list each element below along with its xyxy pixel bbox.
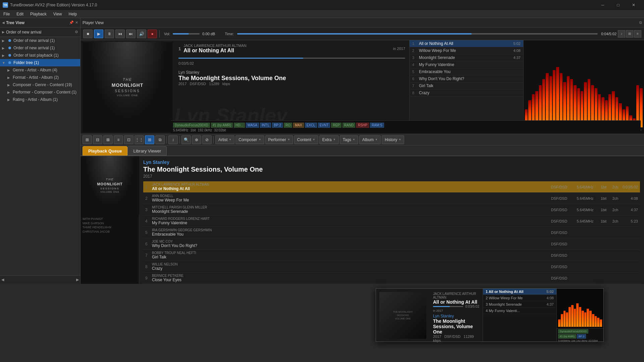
sidebar-pin-icon[interactable]: 📌 [69, 20, 74, 25]
sidebar-close-icon[interactable]: ✕ [75, 20, 78, 25]
status-ro[interactable]: RO [284, 123, 292, 128]
status-rams[interactable]: RAM:S [370, 123, 384, 128]
tab-playback-queue[interactable]: Playback Queue [83, 146, 127, 156]
ptrack-3[interactable]: 3 Moonlight Serenade 4:37 [410, 54, 523, 61]
play-button[interactable]: ▶ [94, 29, 103, 38]
lib-track-7[interactable]: 7 BOBBY TROUP NEAL HEFTI Girl Talk DSF/D… [143, 250, 640, 261]
tb-composer-dd[interactable]: Composer ▼ [235, 135, 264, 144]
sidebar-item-2[interactable]: ▶ Order of last playback (1) [0, 52, 80, 59]
tb-filter-btn[interactable]: ⊘ [202, 135, 212, 144]
lib-track-5[interactable]: 5 IRA GERSHWIN GEORGE GERSHWIN Embraceab… [143, 227, 640, 238]
tb-view-2[interactable]: ⊟ [93, 135, 102, 144]
mini-track-1[interactable]: 1 All or Nothing At All 5:02 [483, 289, 556, 295]
lib-track-6[interactable]: 6 JOE MC COY Why Don't You Do Right? DSF… [143, 238, 640, 250]
tb-view-7[interactable]: ⧉ [155, 135, 165, 144]
tb-view-active[interactable]: ⊞ [145, 135, 154, 144]
tb-sort-btn[interactable]: ↕ [168, 135, 178, 144]
status-evnt[interactable]: EVNT [318, 123, 330, 128]
tb-artist-dd[interactable]: Artist ▼ [215, 135, 234, 144]
status-hd[interactable]: HD... [234, 123, 245, 128]
lib-track-9[interactable]: 9 BERNICE PETKERE Close Your Eyes DSF/DS… [143, 273, 640, 284]
sidebar-item-3[interactable]: ▼ Folder tree (1) [0, 59, 80, 66]
mini-status-1[interactable]: DynaudioFocus200XD [558, 329, 588, 334]
volume-slider[interactable] [173, 33, 200, 35]
mini-track-3[interactable]: 3 Moonlight Serenade 4:37 [483, 301, 556, 308]
ptrack-6[interactable]: 6 Why Don't You Do Right? [410, 75, 523, 82]
stop-button[interactable]: ■ [83, 29, 93, 38]
lib-track-3[interactable]: 3 MITCHELL PARISH GLENN MILLER Moonlight… [143, 204, 640, 216]
ptrack-8[interactable]: 8 Crazy [410, 89, 523, 97]
lib-track-1[interactable]: 1 JACK LAWRENCE ARTHUR ALTMAN All or Not… [143, 181, 640, 193]
status-dac[interactable]: DynaudioFocus200XD [173, 123, 210, 128]
tb-view-5[interactable]: ⊡ [124, 135, 133, 144]
tb-tags-dd[interactable]: Tags ▼ [340, 135, 358, 144]
menu-help[interactable]: Help [65, 10, 80, 18]
player-expand-icon[interactable]: ⧉ [639, 20, 642, 25]
menu-file[interactable]: File [0, 10, 13, 18]
menu-view[interactable]: View [50, 10, 65, 18]
tb-zoom-btn[interactable]: ⊕ [192, 135, 201, 144]
grid-view-icon[interactable]: ⊞ [626, 30, 633, 38]
tb-album-dd[interactable]: Album ▼ [359, 135, 381, 144]
sidebar-arrow-5: ▶ [7, 76, 11, 79]
lib-track-8[interactable]: 8 WILLIE NELSON Crazy DSF/DSD [143, 261, 640, 273]
lib-track-4[interactable]: 4 RICHARD RODGERS LORENZ HART My Funny V… [143, 216, 640, 227]
mini-track-2[interactable]: 2 Willow Weep For Me 4:08 [483, 295, 556, 301]
tab-library-viewer[interactable]: Library Viewer [127, 146, 167, 156]
status-max[interactable]: MAX [293, 123, 304, 128]
minimize-button[interactable]: ─ [595, 0, 610, 10]
sidebar-bottom-right[interactable]: ▶ [76, 278, 79, 282]
status-rand[interactable]: RAND [342, 123, 355, 128]
sidebar-item-8[interactable]: ▶ Rating - Artist - Album (1) [0, 96, 80, 103]
sidebar-item-7[interactable]: ▶ Performer - Composer - Content (1) [0, 88, 80, 96]
tb-view-1[interactable]: ⊞ [83, 135, 92, 144]
menu-edit[interactable]: Edit [13, 10, 27, 18]
ptrack-4[interactable]: 4 My Funny Valentine [410, 61, 523, 68]
sidebar-item-4[interactable]: ▶ Genre - Artist - Album (4) [0, 66, 80, 74]
list-view-icon[interactable]: ≡ [634, 30, 641, 38]
pause-button[interactable]: ⏸ [105, 29, 114, 38]
tb-search-btn[interactable]: 🔍 [181, 135, 191, 144]
sidebar-item-6[interactable]: ▶ Composer - Genre - Content (19) [0, 81, 80, 88]
time-slider[interactable] [237, 33, 598, 35]
next-button[interactable]: ⏭ [126, 29, 136, 38]
prev-button[interactable]: ⏮ [115, 29, 125, 38]
sidebar-item-1[interactable]: ▶ Order of new arrival (1) [0, 44, 80, 52]
mini-status-2[interactable]: if1 (by AMR) [558, 334, 576, 339]
tb-view-6[interactable]: ⋮⋮ [135, 135, 144, 144]
status-excl[interactable]: EXCL [305, 123, 317, 128]
sidebar-gear-icon[interactable]: ⚙ [75, 30, 78, 34]
maximize-button[interactable]: □ [610, 0, 626, 10]
sidebar-bottom-left[interactable]: ◀ [1, 278, 4, 282]
sidebar-collapse-icon[interactable]: ◀ [2, 21, 5, 24]
vol-mute-button[interactable]: 🔊 [137, 29, 146, 38]
detail-artist[interactable]: Lyn Stanley [143, 160, 640, 165]
sidebar-expand-icon[interactable]: ▶ [2, 30, 5, 34]
status-bp[interactable]: BP:2 [272, 123, 283, 128]
status-rep[interactable]: REP [331, 123, 341, 128]
status-intl[interactable]: INT:L [260, 123, 271, 128]
tb-content-dd[interactable]: Content ▼ [294, 135, 318, 144]
sidebar-item-0[interactable]: ▶ Order of new arrival (1) [0, 37, 80, 44]
tb-history-dd[interactable]: History ▼ [382, 135, 404, 144]
status-rshp[interactable]: RSHP [356, 123, 369, 128]
ptrack-5[interactable]: 5 Embraceable You [410, 68, 523, 75]
ptrack-2[interactable]: 2 Willow Weep For Me 4:08 [410, 47, 523, 54]
ptrack-1[interactable]: 1 All or Nothing At All 5:02 [410, 40, 523, 47]
sidebar-item-5[interactable]: ▶ Format - Artist - Album (2) [0, 74, 80, 81]
menu-playback[interactable]: Playback [27, 10, 50, 18]
tb-view-3[interactable]: ⊠ [103, 135, 113, 144]
record-button[interactable]: ● [148, 29, 157, 38]
tb-extra-dd[interactable]: Extra ▼ [319, 135, 339, 144]
mini-track-4[interactable]: 4 My Funny Valenti... [483, 308, 556, 314]
scrobble-icon[interactable]: ♪ [618, 30, 625, 38]
tb-view-4[interactable]: ≡ [114, 135, 123, 144]
status-driver[interactable]: if1 (by AMR) [211, 123, 233, 128]
track-progress-bar[interactable] [178, 58, 405, 59]
mini-status-3[interactable]: BP:2 [577, 334, 586, 339]
tb-performer-dd[interactable]: Performer ▼ [265, 135, 293, 144]
ptrack-7[interactable]: 7 Girl Talk [410, 82, 523, 89]
status-wasa[interactable]: WASA [246, 123, 259, 128]
close-button[interactable]: ✕ [626, 0, 641, 10]
lib-track-2[interactable]: 2 ANN RONELL Willow Weep For Me DSF/DSD … [143, 193, 640, 204]
